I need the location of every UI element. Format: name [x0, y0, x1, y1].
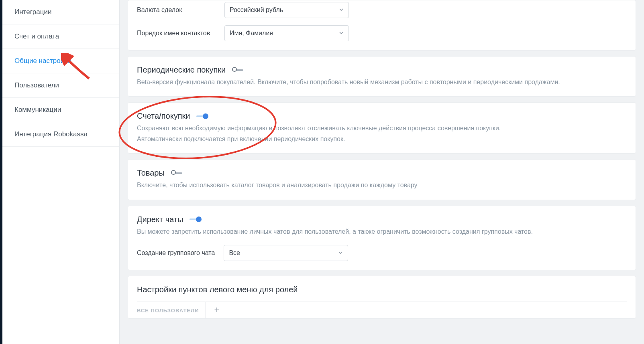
sidebar-item-billing[interactable]: Счет и оплата: [2, 24, 119, 49]
add-role-button[interactable]: +: [205, 302, 228, 318]
sidebar-item-integrations[interactable]: Интеграции: [2, 0, 119, 24]
role-tab-all-users[interactable]: ВСЕ ПОЛЬЗОВАТЕЛИ: [137, 302, 205, 318]
direct-chats-toggle[interactable]: [190, 216, 202, 223]
periodic-title: Периодические покупки: [137, 65, 226, 75]
currency-label: Валюта сделок: [137, 6, 216, 14]
group-chat-label: Создание группового чата: [137, 249, 215, 257]
products-title: Товары: [137, 168, 165, 178]
name-order-select[interactable]: Имя, Фамилия: [224, 25, 349, 41]
direct-chats-panel: Директ чаты Вы можете запретить использо…: [128, 206, 636, 270]
direct-chats-title: Директ чаты: [137, 215, 183, 224]
currency-value: Российский рубль: [230, 6, 283, 14]
invoices-desc2: Автоматически подключается при включении…: [137, 134, 627, 144]
general-form-panel: Валюта сделок Российский рубль Порядок и…: [128, 0, 636, 51]
periodic-purchases-panel: Периодические покупки Beta-версия функци…: [128, 56, 636, 97]
direct-chats-desc: Вы можете запретить использование личных…: [137, 227, 627, 237]
invoices-title: Счета/покупки: [137, 111, 190, 121]
chevron-down-icon: [339, 30, 344, 37]
products-desc: Включите, чтобы использовать каталог тов…: [137, 180, 627, 190]
name-order-value: Имя, Фамилия: [230, 30, 273, 37]
sidebar-item-users[interactable]: Пользователи: [2, 73, 119, 98]
roles-menu-panel: Настройки пунктов левого меню для ролей …: [128, 276, 636, 319]
invoices-panel: Счета/покупки Сохраняют всю необходимую …: [128, 102, 636, 154]
invoices-desc1: Сохраняют всю необходимую информацию и п…: [137, 123, 627, 134]
products-panel: Товары Включите, чтобы использовать ката…: [128, 159, 636, 200]
sidebar-item-communications[interactable]: Коммуникации: [2, 98, 119, 122]
currency-select[interactable]: Российский рубль: [224, 2, 349, 18]
roles-title: Настройки пунктов левого меню для ролей: [137, 285, 627, 294]
invoices-toggle[interactable]: [196, 113, 208, 119]
main-content: Валюта сделок Российский рубль Порядок и…: [120, 0, 644, 344]
sidebar-item-robokassa[interactable]: Интеграция Robokassa: [2, 122, 119, 147]
group-chat-value: Все: [229, 249, 240, 257]
name-order-label: Порядок имен контактов: [137, 30, 216, 37]
products-toggle[interactable]: [171, 170, 183, 176]
chevron-down-icon: [338, 249, 343, 257]
chevron-down-icon: [339, 6, 344, 14]
periodic-toggle[interactable]: [232, 67, 244, 73]
group-chat-select[interactable]: Все: [224, 245, 348, 261]
settings-sidebar: Интеграции Счет и оплата Общие настройки…: [2, 0, 120, 344]
periodic-desc: Beta-версия функционала покупателей. Вкл…: [137, 77, 627, 87]
sidebar-item-general-settings[interactable]: Общие настройки: [2, 49, 119, 73]
